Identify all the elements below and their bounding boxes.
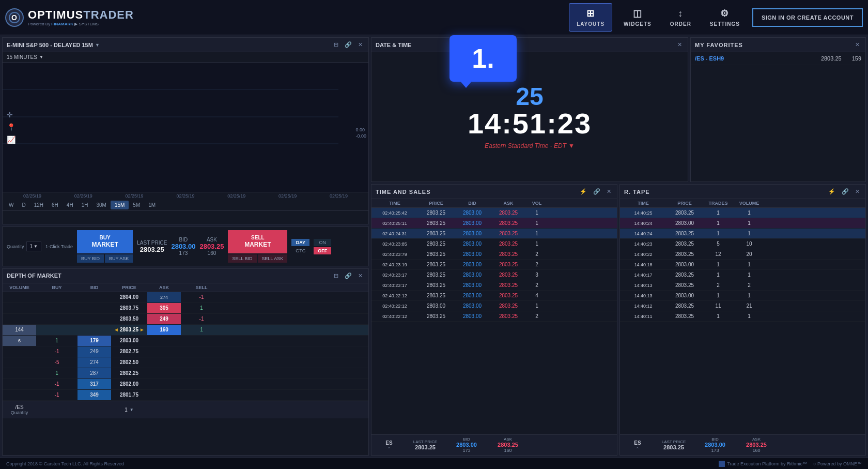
dom-link-btn[interactable]: 🔗 <box>343 272 353 280</box>
tas-close-btn[interactable]: ✕ <box>605 188 613 195</box>
datetime-timezone[interactable]: Eastern Standard Time - EDT ▼ <box>485 142 575 149</box>
tooltip-callout: 1. <box>450 35 517 82</box>
datetime-time: 14:51:23 <box>468 109 592 138</box>
chart-timeframe-label: 15 MINUTES <box>7 54 37 60</box>
tf-15M[interactable]: 15M <box>111 201 129 209</box>
col-vol: VOL <box>526 201 547 206</box>
quantity-selector[interactable]: 1 ▼ <box>26 241 41 251</box>
tf-1H[interactable]: 1H <box>78 201 92 209</box>
chart-tools: ✛ 📍 📈 <box>7 111 16 144</box>
table-row: 02:40:23:85 2803.25 2803.00 2803.25 1 <box>371 239 617 249</box>
tas-link-btn[interactable]: 🔗 <box>592 188 602 195</box>
pin-icon[interactable]: 📍 <box>7 123 16 131</box>
col-ask: ASK <box>147 285 181 290</box>
table-row: 14:40:17 2803.25 1 1 <box>620 270 865 280</box>
table-row: 14:40:24 2803.25 1 1 <box>620 229 865 239</box>
nav-order[interactable]: ↕ ORDER <box>663 4 699 31</box>
chart-controls: ⊟ 🔗 ✕ <box>332 41 364 49</box>
tf-W[interactable]: W <box>5 201 18 209</box>
crosshair-icon[interactable]: ✛ <box>7 111 16 119</box>
chart-title: E-MINI S&P 500 - DELAYED 15M ▼ <box>7 42 330 48</box>
buy-market-button[interactable]: BUY MARKET <box>77 230 133 253</box>
table-row: 14:40:24 2803.00 1 1 <box>620 218 865 229</box>
tf-4H[interactable]: 4H <box>63 201 78 209</box>
datetime-close-btn[interactable]: ✕ <box>676 41 684 49</box>
tas-flash-btn[interactable]: ⚡ <box>578 188 588 195</box>
timeframe-chevron-icon[interactable]: ▼ <box>39 55 43 59</box>
tas-controls: ⚡ 🔗 ✕ <box>578 188 613 195</box>
tf-6H[interactable]: 6H <box>48 201 63 209</box>
chart-link-btn[interactable]: 🔗 <box>343 41 353 49</box>
table-row: 14:40:23 2803.25 5 10 <box>620 239 865 249</box>
chart-close-btn[interactable]: ✕ <box>357 41 364 49</box>
tf-D[interactable]: D <box>18 201 29 209</box>
dom-footer-qty: 1 <box>125 407 128 413</box>
table-row: 144 ◄ 2803.25 ► 160 1 <box>3 325 368 336</box>
nav-layouts[interactable]: ⊞ LAYOUTS <box>569 3 612 32</box>
logo-icon: O <box>5 8 24 27</box>
r-tape-header: R. TAPE ⚡ 🔗 ✕ <box>620 185 865 199</box>
on-off-toggle: ON OFF <box>314 239 331 254</box>
table-row: -1 349 2801.75 <box>3 390 368 401</box>
datetime-panel: DATE & TIME ✕ 25 14:51:23 Eastern Standa… <box>371 37 688 182</box>
nav-settings[interactable]: ⚙ SETTINGS <box>703 4 747 31</box>
dom-footer-symbol: /ES Quantity <box>3 403 36 416</box>
dom-title: DEPTH OF MARKET <box>7 273 332 279</box>
qty-chevron-icon: ▼ <box>34 244 38 249</box>
r-tape-footer-bid: BID 2803.00 173 <box>694 437 736 453</box>
chart-area[interactable]: ✛ 📍 📈 0.00 -0.00 <box>3 63 368 192</box>
chart-grid-btn[interactable]: ⊟ <box>332 41 340 49</box>
tf-12H[interactable]: 12H <box>30 201 48 209</box>
logo: O OPTIMUS TRADER Powered By FINAMARK ▶ S… <box>5 8 134 27</box>
datetime-title: DATE & TIME <box>376 42 674 48</box>
col-price: PRICE <box>418 201 454 206</box>
sell-bid-button[interactable]: SELL BID <box>228 254 256 263</box>
col-volume: VOLUME <box>3 285 36 290</box>
layouts-icon: ⊞ <box>586 8 595 19</box>
tas-header: TIME AND SALES ⚡ 🔗 ✕ <box>371 185 617 199</box>
col-price: PRICE <box>111 285 147 290</box>
top-navigation: O OPTIMUS TRADER Powered By FINAMARK ▶ S… <box>0 0 868 35</box>
tf-30M[interactable]: 30M <box>92 201 110 209</box>
dom-close-btn[interactable]: ✕ <box>357 272 364 280</box>
logo-powered: Powered By FINAMARK ▶ SYSTEMS <box>28 22 134 26</box>
footer-copyright: Copyright 2018 © Carsten Tech LLC. All R… <box>6 461 124 466</box>
sell-market-button[interactable]: SELL MARKET <box>228 230 287 253</box>
r-tape-close-btn[interactable]: ✕ <box>854 188 861 195</box>
chart-type-icon[interactable]: 📈 <box>7 135 16 144</box>
table-row: 2804.00 274 -1 <box>3 292 368 303</box>
table-row: 02:40:22:12 2803.00 2803.00 2803.25 1 <box>371 301 617 311</box>
day-button[interactable]: DAY <box>291 239 309 246</box>
buy-bid-button[interactable]: BUY BID <box>77 254 104 263</box>
r-tape-flash-btn[interactable]: ⚡ <box>827 188 837 195</box>
tooltip-number: 1. <box>472 43 494 74</box>
chevron-down-icon[interactable]: ▼ <box>95 42 100 48</box>
svg-text:O: O <box>11 13 17 22</box>
right-panels: DATE & TIME ✕ 25 14:51:23 Eastern Standa… <box>371 37 866 456</box>
sign-in-button[interactable]: SIGN IN OR CREATE ACCOUNT <box>752 8 863 27</box>
order-icon: ↕ <box>678 8 683 19</box>
favorites-close-btn[interactable]: ✕ <box>854 41 861 49</box>
nav-widgets[interactable]: ◫ WIDGETS <box>616 4 659 31</box>
dom-grid-btn[interactable]: ⊟ <box>332 272 340 280</box>
table-row: 6 1 179 2803.00 <box>3 336 368 346</box>
tf-1M[interactable]: 1M <box>144 201 160 209</box>
price-arrow-left: ◄ <box>114 327 119 332</box>
off-button[interactable]: OFF <box>314 247 331 254</box>
timeframe-buttons: W D 12H 6H 4H 1H 30M 15M 5M 1M <box>3 200 368 211</box>
price-label-top: 0.00 <box>355 127 366 132</box>
gtc-button[interactable]: GTC <box>291 247 309 254</box>
sell-ask-button[interactable]: SELL ASK <box>258 254 288 263</box>
tf-5M[interactable]: 5M <box>129 201 144 209</box>
chart-dates: 02/25/19 02/25/19 02/25/19 02/25/19 02/2… <box>3 192 368 200</box>
col-bid: BID <box>78 285 111 290</box>
table-row: 14:40:13 2803.00 1 1 <box>620 291 865 301</box>
quantity-label: Quantity <box>7 244 24 249</box>
r-tape-link-btn[interactable]: 🔗 <box>840 188 850 195</box>
table-row: -1 317 2802.00 <box>3 379 368 390</box>
on-button[interactable]: ON <box>314 239 331 246</box>
nav-widgets-label: WIDGETS <box>624 21 652 27</box>
day-gtc-toggle: DAY GTC <box>291 239 309 254</box>
buy-ask-button[interactable]: BUY ASK <box>105 254 133 263</box>
dom-controls: ⊟ 🔗 ✕ <box>332 272 364 280</box>
